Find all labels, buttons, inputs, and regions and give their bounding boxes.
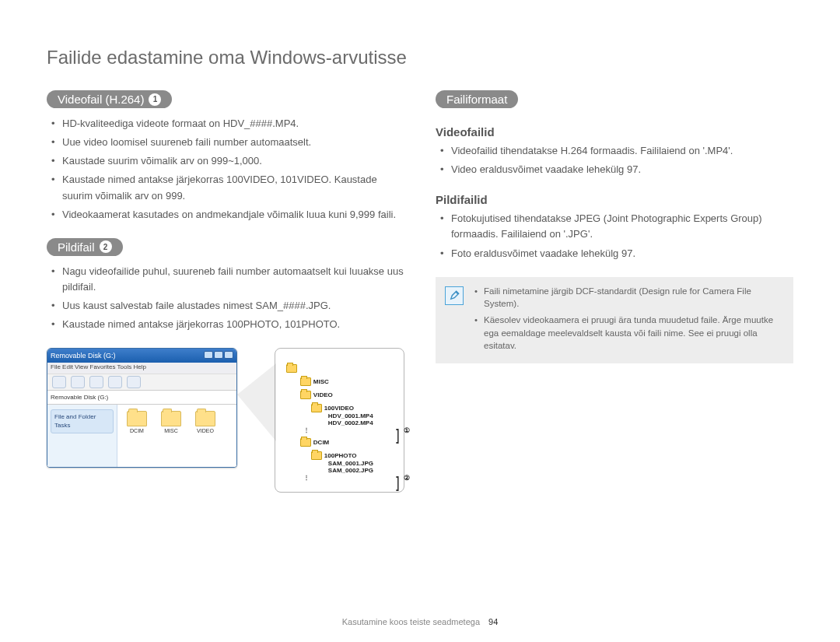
videofail-list: HD-kvaliteediga videote formaat on HDV_#… bbox=[51, 116, 404, 223]
note-box: Faili nimetamine järgib DCF-standardit (… bbox=[436, 277, 793, 363]
callout-2: ② bbox=[404, 474, 410, 482]
list-item: Video eraldusvõimet vaadake lehekülg 97. bbox=[440, 162, 793, 177]
brace-icon: ] bbox=[397, 474, 400, 492]
folder-tree-diagram: MISC VIDEO 100VIDEO HDV_0001.MP4 HDV_000… bbox=[275, 348, 404, 493]
list-item: Foto eraldusvõimet vaadake lehekülg 97. bbox=[440, 246, 793, 261]
file-item: SAM_0002.JPG bbox=[328, 467, 390, 474]
explorer-body: File and Folder Tasks DCIM MISC VIDEO bbox=[47, 405, 236, 467]
explorer-title: Removable Disk (G:) bbox=[51, 352, 116, 360]
fwd-button-icon bbox=[71, 376, 85, 388]
videofailid-list: Videofailid tihendatakse H.264 formaadis… bbox=[440, 143, 793, 177]
pildifail-heading-pill: Pildifail 2 bbox=[47, 238, 123, 256]
folder-item: DCIM bbox=[124, 411, 150, 461]
ellipsis-icon: ⋮ bbox=[303, 426, 390, 433]
folder-item: VIDEO bbox=[192, 411, 219, 461]
folder-icon bbox=[311, 451, 322, 460]
note-icon bbox=[445, 286, 464, 305]
list-item: Nagu videofailide puhul, suureneb faili … bbox=[51, 264, 404, 295]
file-item: SAM_0001.JPG bbox=[328, 460, 390, 467]
folder-icon bbox=[161, 411, 181, 426]
footer-section: Kasutamine koos teiste seadmetega bbox=[342, 617, 480, 626]
search-button-icon bbox=[108, 376, 122, 388]
failiformaat-label: Failiformaat bbox=[446, 93, 507, 106]
pildifailid-heading: Pildifailid bbox=[436, 193, 793, 206]
right-column: Failiformaat Videofailid Videofailid tih… bbox=[436, 90, 793, 493]
badge-2-icon: 2 bbox=[100, 240, 112, 253]
list-item: Uus kaust salvestab faile alustades nime… bbox=[51, 298, 404, 314]
pildifail-list: Nagu videofailide puhul, suureneb faili … bbox=[51, 264, 404, 333]
list-item: Kaustade nimed antakse järjekorras 100VI… bbox=[51, 172, 404, 203]
content-columns: Videofail (H.264) 1 HD-kvaliteediga vide… bbox=[47, 90, 793, 493]
page-number: 94 bbox=[488, 617, 498, 626]
list-item: Kaustade suurim võimalik arv on 999~1,00… bbox=[51, 153, 404, 169]
explorer-menubar: File Edit View Favorites Tools Help bbox=[47, 363, 236, 374]
illustration-block: Removable Disk (G:) File Edit View Favor… bbox=[47, 348, 404, 493]
explorer-toolbar bbox=[47, 374, 236, 391]
explorer-window: Removable Disk (G:) File Edit View Favor… bbox=[47, 348, 237, 468]
page-title: Failide edastamine oma Windows-arvutisse bbox=[47, 47, 793, 68]
sidebar-task-panel: File and Folder Tasks bbox=[51, 409, 114, 433]
list-item: Uue video loomisel suureneb faili number… bbox=[51, 135, 404, 150]
folder-icon bbox=[127, 411, 147, 426]
page-footer: Kasutamine koos teiste seadmetega 94 bbox=[0, 617, 840, 626]
back-button-icon bbox=[52, 376, 66, 388]
explorer-addressbar: Removable Disk (G:) bbox=[47, 391, 236, 405]
up-button-icon bbox=[89, 376, 103, 388]
folders-button-icon bbox=[127, 376, 141, 388]
file-item: HDV_0002.MP4 bbox=[328, 419, 390, 426]
file-item: HDV_0001.MP4 bbox=[328, 412, 390, 419]
explorer-folder-view: DCIM MISC VIDEO bbox=[117, 405, 236, 467]
callout-1: ① bbox=[404, 426, 410, 434]
note-item: Faili nimetamine järgib DCF-standardit (… bbox=[474, 285, 782, 310]
pildifailid-list: Fotokujutised tihendatakse JPEG (Joint P… bbox=[440, 211, 793, 261]
list-item: Videofailid tihendatakse H.264 formaadis… bbox=[440, 143, 793, 159]
list-item: Videokaamerat kasutades on andmekandjale… bbox=[51, 207, 404, 223]
note-item: Käesolev videokaamera ei pruugi ära tund… bbox=[474, 314, 782, 353]
folder-icon bbox=[195, 411, 215, 426]
folder-icon bbox=[311, 404, 322, 412]
list-item: Kaustade nimed antakse järjekorras 100PH… bbox=[51, 317, 404, 332]
folder-icon bbox=[300, 377, 311, 386]
explorer-sidebar: File and Folder Tasks bbox=[47, 405, 117, 467]
folder-item: MISC bbox=[158, 411, 184, 461]
videofailid-heading: Videofailid bbox=[436, 125, 793, 139]
list-item: Fotokujutised tihendatakse JPEG (Joint P… bbox=[440, 211, 793, 242]
folder-icon bbox=[300, 438, 311, 447]
videofail-label: Videofail (H.264) bbox=[58, 93, 144, 106]
brace-icon: ] bbox=[397, 426, 400, 444]
callout-wedge-icon bbox=[237, 363, 276, 441]
badge-1-icon: 1 bbox=[149, 93, 161, 106]
explorer-titlebar: Removable Disk (G:) bbox=[47, 349, 236, 363]
left-column: Videofail (H.264) 1 HD-kvaliteediga vide… bbox=[47, 90, 404, 493]
folder-icon bbox=[300, 391, 311, 399]
failiformaat-heading-pill: Failiformaat bbox=[436, 90, 518, 108]
list-item: HD-kvaliteediga videote formaat on HDV_#… bbox=[51, 116, 404, 132]
window-buttons-icon bbox=[203, 351, 233, 360]
videofail-heading-pill: Videofail (H.264) 1 bbox=[47, 90, 172, 108]
folder-icon bbox=[286, 364, 297, 373]
pildifail-label: Pildifail bbox=[58, 240, 95, 254]
ellipsis-icon: ⋮ bbox=[303, 474, 390, 481]
